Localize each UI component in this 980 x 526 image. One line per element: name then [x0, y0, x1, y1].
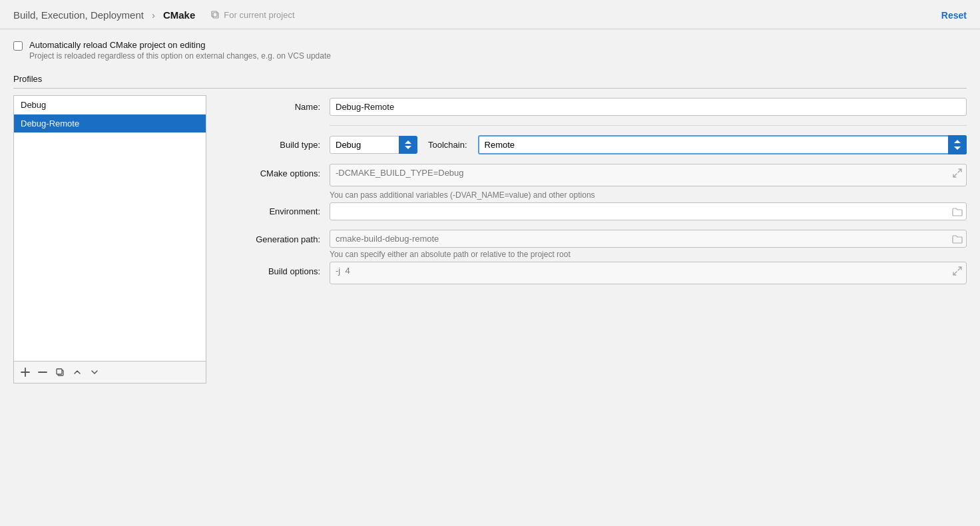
toolchain-select[interactable]: Remote Default Local — [478, 135, 967, 154]
expand-icon — [953, 168, 962, 178]
profile-list-container: Debug Debug-Remote — [13, 95, 206, 384]
breadcrumb-part: Build, Execution, Deployment — [13, 9, 144, 21]
form-area: Name: Build type: Debug Release MinSizeR… — [206, 95, 967, 384]
settings-page: Build, Execution, Deployment › CMake For… — [0, 0, 980, 526]
cmake-options-control: You can pass additional variables (-DVAR… — [330, 164, 967, 200]
profile-item-debug-remote[interactable]: Debug-Remote — [14, 115, 206, 132]
toolchain-select-wrapper: Remote Default Local — [478, 135, 967, 154]
breadcrumb-sep: › — [152, 9, 155, 21]
build-type-fields: Debug Release MinSizeRel RelWithDebInfo … — [330, 135, 967, 154]
build-options-expand-icon[interactable] — [951, 264, 964, 278]
name-control — [330, 98, 967, 116]
generation-path-hint: You can specify either an absolute path … — [330, 250, 967, 259]
move-up-button[interactable] — [70, 365, 85, 380]
profiles-section: Profiles — [0, 67, 980, 89]
reset-button[interactable]: Reset — [941, 10, 967, 21]
move-down-button[interactable] — [87, 365, 102, 380]
environment-label: Environment: — [226, 206, 330, 216]
name-input[interactable] — [330, 98, 967, 116]
generation-path-label: Generation path: — [226, 230, 330, 244]
copy-profile-icon — [55, 368, 65, 377]
cmake-options-expand-icon[interactable] — [951, 166, 964, 180]
auto-reload-main-label: Automatically reload CMake project on ed… — [29, 40, 331, 50]
name-label: Name: — [226, 102, 330, 112]
header-subtitle: For current project — [211, 10, 294, 20]
header-left: Build, Execution, Deployment › CMake For… — [13, 9, 295, 21]
profile-toolbar — [13, 362, 206, 384]
build-type-select[interactable]: Debug Release MinSizeRel RelWithDebInfo — [330, 136, 417, 154]
svg-rect-0 — [213, 13, 218, 18]
generation-path-wrapper — [330, 230, 967, 248]
name-divider — [330, 125, 967, 126]
build-options-input[interactable] — [330, 262, 967, 284]
profile-list: Debug Debug-Remote — [13, 95, 206, 362]
cmake-options-wrapper — [330, 164, 967, 188]
cmake-options-hint: You can pass additional variables (-DVAR… — [330, 190, 967, 200]
remove-profile-button[interactable] — [35, 365, 50, 380]
generation-path-input[interactable] — [330, 230, 967, 248]
auto-reload-label-group: Automatically reload CMake project on ed… — [29, 40, 331, 61]
svg-rect-1 — [212, 11, 217, 17]
build-options-label: Build options: — [226, 262, 330, 276]
name-row: Name: — [226, 98, 967, 116]
toolchain-label: Toolchain: — [428, 140, 467, 150]
auto-reload-checkbox[interactable] — [13, 41, 23, 51]
environment-folder-icon[interactable] — [951, 205, 964, 218]
svg-rect-3 — [57, 369, 62, 374]
environment-row: Environment: — [226, 202, 967, 220]
build-options-wrapper — [330, 262, 967, 286]
cmake-options-label: CMake options: — [226, 164, 330, 178]
build-type-select-wrapper: Debug Release MinSizeRel RelWithDebInfo — [330, 136, 417, 154]
environment-control — [330, 202, 967, 220]
add-profile-button[interactable] — [18, 365, 33, 380]
auto-reload-row: Automatically reload CMake project on ed… — [13, 40, 967, 61]
copy-icon — [211, 11, 220, 20]
page-title: CMake — [163, 9, 195, 21]
profiles-heading: Profiles — [13, 74, 967, 84]
chevron-up-icon — [73, 368, 82, 377]
environment-input-wrapper — [330, 202, 967, 220]
plus-icon — [21, 368, 30, 377]
expand-icon-2 — [953, 266, 962, 276]
auto-reload-sub-label: Project is reloaded regardless of this o… — [29, 51, 331, 61]
folder-icon-2 — [952, 234, 963, 244]
main-layout: Debug Debug-Remote — [0, 95, 980, 384]
build-type-row: Build type: Debug Release MinSizeRel Rel… — [226, 135, 967, 154]
generation-path-control: You can specify either an absolute path … — [330, 230, 967, 259]
cmake-options-row: CMake options: You can pass additional v… — [226, 164, 967, 200]
minus-icon — [38, 368, 47, 377]
auto-reload-section: Automatically reload CMake project on ed… — [0, 29, 980, 67]
generation-path-row: Generation path: You can specify either … — [226, 230, 967, 259]
build-type-label: Build type: — [226, 140, 330, 150]
generation-path-folder-icon[interactable] — [951, 232, 964, 246]
profiles-divider — [13, 88, 967, 89]
folder-icon — [952, 207, 963, 216]
copy-profile-button[interactable] — [53, 365, 67, 380]
header: Build, Execution, Deployment › CMake For… — [0, 0, 980, 29]
build-options-row: Build options: — [226, 262, 967, 286]
environment-input[interactable] — [330, 202, 967, 220]
chevron-down-icon — [90, 368, 99, 377]
build-options-control — [330, 262, 967, 286]
cmake-options-input[interactable] — [330, 164, 967, 186]
profile-item-debug[interactable]: Debug — [14, 96, 206, 115]
